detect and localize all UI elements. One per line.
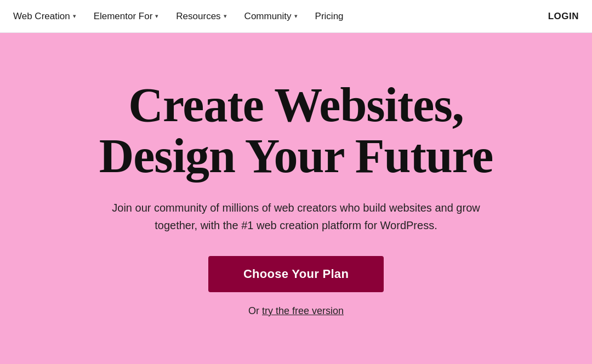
- nav-label-elementor-for: Elementor For: [94, 11, 153, 22]
- nav-label-pricing: Pricing: [315, 11, 344, 22]
- chevron-down-icon: ▾: [73, 13, 76, 20]
- navigation: Web Creation ▾ Elementor For ▾ Resources…: [0, 0, 592, 33]
- chevron-down-icon: ▾: [155, 13, 158, 20]
- free-version-link[interactable]: try the free version: [262, 305, 344, 316]
- hero-section: Create Websites, Design Your Future Join…: [0, 33, 592, 364]
- nav-item-pricing[interactable]: Pricing: [315, 11, 344, 22]
- nav-label-web-creation: Web Creation: [13, 11, 70, 22]
- nav-item-web-creation[interactable]: Web Creation ▾: [13, 11, 76, 22]
- hero-title-line2: Design Your Future: [99, 129, 493, 183]
- chevron-down-icon: ▾: [294, 13, 298, 20]
- choose-plan-button[interactable]: Choose Your Plan: [208, 256, 384, 292]
- nav-label-community: Community: [244, 11, 292, 22]
- hero-title-line1: Create Websites,: [128, 78, 463, 132]
- nav-item-elementor-for[interactable]: Elementor For ▾: [94, 11, 159, 22]
- nav-item-community[interactable]: Community ▾: [244, 11, 298, 22]
- free-version-text: Or try the free version: [248, 305, 344, 317]
- login-button[interactable]: LOGIN: [548, 11, 579, 22]
- nav-label-resources: Resources: [176, 11, 220, 22]
- nav-items: Web Creation ▾ Elementor For ▾ Resources…: [13, 11, 548, 22]
- free-version-prefix: Or: [248, 305, 262, 316]
- hero-title: Create Websites, Design Your Future: [99, 80, 493, 181]
- chevron-down-icon: ▾: [224, 13, 227, 20]
- nav-item-resources[interactable]: Resources ▾: [176, 11, 226, 22]
- hero-subtitle: Join our community of millions of web cr…: [104, 199, 488, 234]
